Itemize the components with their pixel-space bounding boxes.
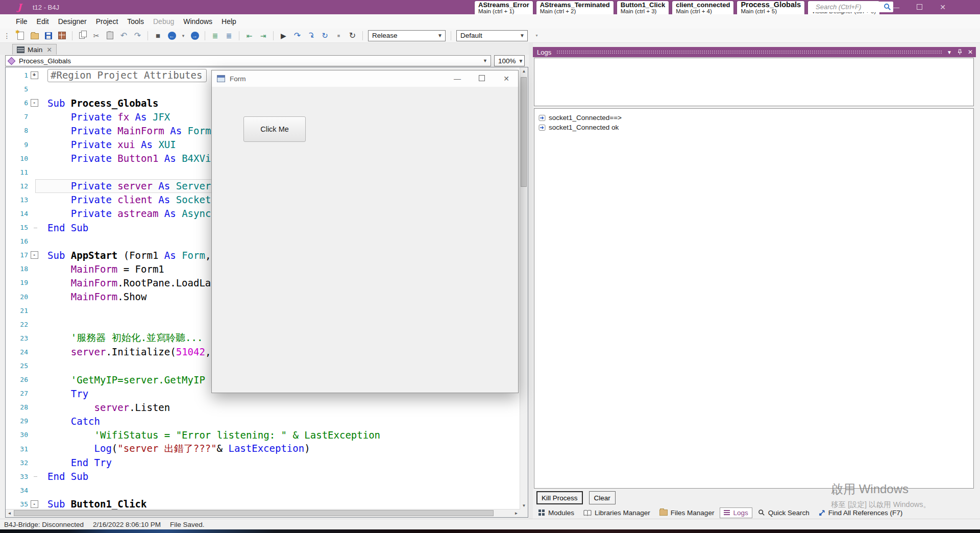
comment-button[interactable]: ≣ — [210, 31, 220, 40]
close-icon[interactable]: ✕ — [936, 3, 949, 11]
uncomment-button[interactable]: ≣ — [224, 31, 234, 40]
logs-panel-header[interactable]: Logs ▼ ✕ — [533, 47, 976, 57]
menu-item-designer[interactable]: Designer — [54, 17, 91, 26]
form-maximize-icon[interactable] — [477, 75, 486, 83]
save-button[interactable] — [43, 31, 53, 40]
panel-tab-libraries-manager[interactable]: Libraries Manager — [580, 508, 654, 518]
search-input[interactable] — [815, 3, 884, 11]
restart-button[interactable]: ↻ — [348, 31, 357, 40]
panel-tab-files-manager[interactable]: Files Manager — [656, 508, 718, 518]
fold-toggle[interactable]: + — [29, 71, 39, 79]
step-out-button[interactable]: ↻ — [320, 31, 330, 40]
vertical-scrollbar[interactable]: ▲ ▼ — [520, 67, 528, 510]
panel-tab-quick-search[interactable]: Quick Search — [754, 508, 813, 518]
app-form-window[interactable]: Form — ✕ Click Me — [211, 70, 519, 393]
package-button[interactable] — [57, 31, 67, 40]
navigate-back-button[interactable]: ← — [167, 31, 177, 40]
menu-item-edit[interactable]: Edit — [32, 17, 54, 26]
scroll-right-icon[interactable]: ► — [512, 510, 520, 517]
new-project-button[interactable] — [16, 31, 26, 40]
code-line[interactable]: 30 'WifiStatus = "Error listening: " & L… — [6, 428, 520, 442]
redo-button[interactable]: ↷ — [133, 31, 142, 40]
menu-item-windows[interactable]: Windows — [179, 17, 217, 26]
toolbar-overflow-icon[interactable]: ▾ — [532, 31, 542, 40]
stop-button[interactable]: ■ — [153, 31, 163, 40]
code-text: End Sub — [39, 471, 88, 482]
panel-tab-modules[interactable]: Modules — [535, 508, 578, 518]
step-into-button[interactable]: ↷ — [304, 29, 318, 42]
kill-process-button[interactable]: Kill Process — [536, 491, 583, 504]
fold-toggle[interactable]: - — [29, 251, 39, 259]
horizontal-scrollbar[interactable]: ◄ ► — [6, 509, 520, 517]
pause-button[interactable]: ■ — [334, 31, 344, 40]
code-line[interactable]: 33End Sub — [6, 470, 520, 483]
menu-item-project[interactable]: Project — [91, 17, 123, 26]
menu-item-tools[interactable]: Tools — [122, 17, 149, 26]
code-line[interactable]: 29 Catch — [6, 414, 520, 428]
fold-toggle[interactable]: - — [29, 99, 39, 107]
open-project-button[interactable] — [30, 31, 39, 40]
log-entry[interactable]: socket1_Connected ok — [538, 123, 973, 132]
fold-box-icon[interactable]: - — [31, 500, 38, 508]
code-line[interactable]: 31 Log("server 出錯了???"& LastException) — [6, 442, 520, 456]
run-configuration-select[interactable]: Default ▼ — [456, 30, 528, 41]
indent-button[interactable]: ⇥ — [258, 31, 268, 40]
panel-tab-find-all-references-f7-[interactable]: Find All References (F7) — [815, 508, 906, 518]
tab-main[interactable]: Main ✕ — [12, 44, 57, 55]
clear-button[interactable]: Clear — [589, 491, 616, 504]
step-over-button[interactable]: ↷ — [292, 31, 302, 40]
title-tab-client_connected[interactable]: client_connectedMain (ctrl + 4) — [672, 1, 733, 14]
log-entry[interactable]: socket1_Connected==> — [538, 113, 973, 123]
panel-tab-logs[interactable]: Logs — [720, 507, 752, 518]
sub-navigation-select[interactable]: Process_Globals ▼ — [5, 55, 491, 66]
scroll-up-icon[interactable]: ▲ — [520, 67, 528, 75]
scroll-left-icon[interactable]: ◄ — [6, 510, 13, 517]
logs-list[interactable]: socket1_Connected==>socket1_Connected ok — [534, 108, 974, 489]
fold-box-icon[interactable]: - — [31, 251, 38, 259]
title-tab-AStreams_Error[interactable]: AStreams_ErrorMain (ctrl + 1) — [475, 1, 533, 14]
search-box[interactable] — [811, 2, 893, 12]
menu-item-help[interactable]: Help — [217, 17, 241, 26]
cut-button[interactable]: ✂ — [91, 31, 101, 40]
scroll-down-icon[interactable]: ▼ — [520, 502, 528, 510]
fold-box-icon[interactable]: + — [31, 71, 38, 79]
fold-box-icon[interactable]: - — [31, 99, 38, 107]
form-minimize-icon[interactable]: — — [453, 75, 462, 83]
copy-button[interactable] — [78, 31, 87, 40]
run-button[interactable]: ▶ — [279, 31, 288, 40]
code-line[interactable]: 28 server.Listen — [6, 400, 520, 414]
outdent-button[interactable]: ⇤ — [244, 31, 254, 40]
menu-item-file[interactable]: File — [11, 17, 32, 26]
collapsed-region-box[interactable]: #Region Project Attributes — [47, 69, 207, 82]
form-close-icon[interactable]: ✕ — [502, 75, 511, 83]
vertical-scrollbar-thumb[interactable] — [521, 77, 527, 187]
panel-menu-chevron-icon[interactable]: ▼ — [947, 50, 952, 55]
click-me-button[interactable]: Click Me — [243, 116, 306, 142]
pin-icon[interactable] — [957, 49, 963, 55]
navigate-forward-button[interactable]: → — [190, 31, 200, 40]
code-text: server.Initialize(51042, — [39, 346, 211, 357]
panel-splitter[interactable] — [529, 43, 533, 519]
form-title-bar[interactable]: Form — ✕ — [212, 70, 518, 87]
zoom-select[interactable]: 100% ▼ — [494, 55, 525, 66]
menu-item-debug[interactable]: Debug — [149, 17, 179, 26]
navigate-back-dropdown-icon[interactable]: ▾ — [181, 31, 186, 40]
code-line[interactable]: 35-Sub Button1_Click — [6, 497, 520, 510]
title-tab-Button1_Click[interactable]: Button1_ClickMain (ctrl + 3) — [617, 1, 669, 14]
title-tab-AStreams_Terminated[interactable]: AStreams_TerminatedMain (ctrl + 2) — [536, 1, 614, 14]
fold-toggle[interactable]: - — [29, 500, 39, 508]
tab-close-icon[interactable]: ✕ — [46, 46, 52, 54]
code-text: Sub Button1_Click — [39, 498, 146, 510]
code-segment — [47, 153, 71, 164]
build-configuration-select[interactable]: Release ▼ — [368, 30, 446, 41]
minimize-icon[interactable]: — — [889, 3, 902, 11]
logs-filter-box[interactable] — [534, 58, 974, 106]
title-tab-Process_Globals[interactable]: Process_GlobalsMain (ctrl + 5) — [737, 1, 804, 14]
maximize-icon[interactable] — [913, 3, 926, 11]
code-line[interactable]: 32 End Try — [6, 456, 520, 470]
horizontal-scrollbar-thumb[interactable] — [14, 510, 494, 516]
undo-button[interactable]: ↶ — [119, 31, 129, 40]
code-line[interactable]: 34 — [6, 483, 520, 497]
paste-button[interactable] — [105, 31, 115, 40]
panel-close-icon[interactable]: ✕ — [968, 49, 973, 56]
